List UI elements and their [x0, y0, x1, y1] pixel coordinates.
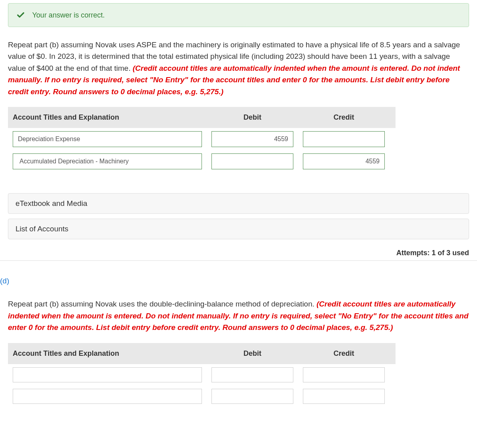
header-credit: Credit: [298, 107, 390, 128]
credit-input[interactable]: [303, 153, 385, 169]
success-text: Your answer is correct.: [32, 11, 105, 19]
credit-input[interactable]: [303, 389, 385, 404]
table-header-row: Account Titles and Explanation Debit Cre…: [8, 343, 396, 364]
header-account-titles: Account Titles and Explanation: [8, 343, 207, 364]
account-title-input[interactable]: [13, 131, 202, 147]
table-row: [8, 128, 396, 150]
header-debit: Debit: [207, 343, 298, 364]
question-d-text: Repeat part (b) assuming Novak uses the …: [8, 298, 469, 333]
journal-table-d: Account Titles and Explanation Debit Cre…: [8, 343, 396, 407]
table-row: [8, 150, 396, 173]
header-debit: Debit: [207, 107, 298, 128]
credit-input[interactable]: [303, 367, 385, 382]
credit-input[interactable]: [303, 131, 385, 147]
table-row: [8, 364, 396, 386]
part-d-label: (d): [0, 261, 469, 298]
debit-input[interactable]: [211, 153, 293, 169]
account-title-input[interactable]: [13, 153, 202, 169]
journal-table-c: Account Titles and Explanation Debit Cre…: [8, 107, 396, 173]
question-c-text: Repeat part (b) assuming Novak uses ASPE…: [8, 39, 469, 97]
success-banner: Your answer is correct.: [8, 3, 469, 27]
header-credit: Credit: [298, 343, 390, 364]
header-account-titles: Account Titles and Explanation: [8, 107, 207, 128]
debit-input[interactable]: [211, 389, 293, 404]
debit-input[interactable]: [211, 131, 293, 147]
debit-input[interactable]: [211, 367, 293, 382]
attempts-text: Attempts: 1 of 3 used: [8, 249, 469, 257]
table-header-row: Account Titles and Explanation Debit Cre…: [8, 107, 396, 128]
account-title-input[interactable]: [13, 389, 202, 404]
etextbook-button[interactable]: eTextbook and Media: [8, 193, 469, 214]
account-title-input[interactable]: [13, 367, 202, 382]
list-of-accounts-button[interactable]: List of Accounts: [8, 219, 469, 239]
question-d-body: Repeat part (b) assuming Novak uses the …: [8, 300, 316, 308]
table-row: [8, 386, 396, 407]
check-icon: [16, 11, 25, 19]
